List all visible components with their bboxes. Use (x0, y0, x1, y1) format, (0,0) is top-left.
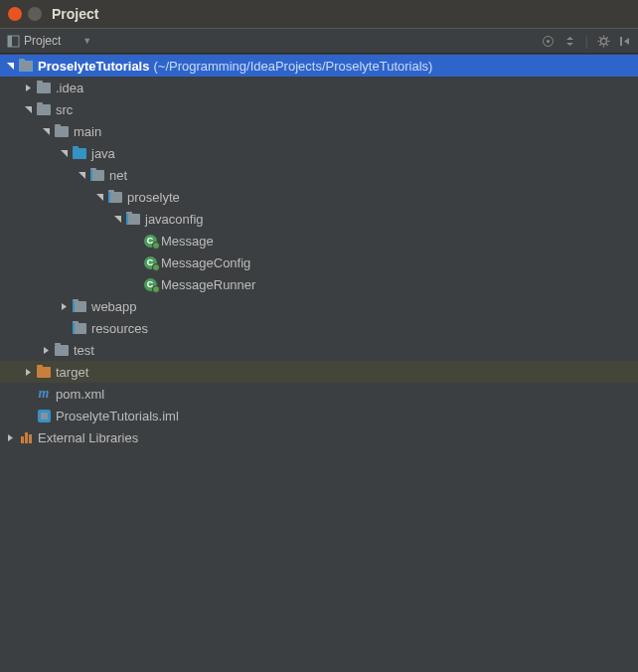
gear-icon[interactable] (596, 34, 610, 48)
tree-label: resources (91, 321, 148, 336)
tree-label: webapp (91, 299, 137, 314)
project-view-selector[interactable]: Project ▼ (6, 34, 91, 48)
tree-node-pom[interactable]: m pom.xml (0, 383, 638, 405)
libraries-icon (18, 429, 34, 445)
collapse-arrow-icon[interactable] (22, 366, 34, 378)
tree-node-javaconfig[interactable]: javaconfig (0, 208, 638, 230)
svg-line-9 (599, 37, 600, 38)
project-view-label: Project (24, 34, 61, 48)
hide-tool-window-icon[interactable] (618, 34, 632, 48)
window-titlebar: Project (0, 0, 638, 28)
tree-label: src (56, 102, 73, 117)
collapse-arrow-icon[interactable] (58, 300, 70, 312)
tree-node-java[interactable]: java (0, 142, 638, 164)
tree-node-test[interactable]: test (0, 339, 638, 361)
package-icon (125, 211, 141, 227)
tree-node-class-message[interactable]: C Message (0, 230, 638, 252)
tree-node-project-root[interactable]: ProselyteTutorials (~/Programming/IdeaPr… (0, 55, 638, 77)
expand-arrow-icon[interactable] (93, 191, 105, 203)
java-class-icon: C (143, 255, 157, 269)
close-window-button[interactable] (8, 7, 22, 21)
java-class-icon: C (143, 234, 157, 248)
expand-arrow-icon[interactable] (40, 125, 52, 137)
folder-icon (36, 101, 52, 117)
tree-label: javaconfig (145, 212, 204, 227)
folder-icon (36, 80, 52, 95)
collapse-all-icon[interactable] (563, 34, 577, 48)
tree-node-webapp[interactable]: webapp (0, 295, 638, 317)
java-class-icon: C (143, 277, 157, 291)
tree-node-target[interactable]: target (0, 361, 638, 383)
expand-arrow-icon[interactable] (111, 213, 123, 225)
resources-folder-icon (72, 320, 87, 336)
tree-node-class-messageconfig[interactable]: C MessageConfig (0, 252, 638, 273)
tree-label: main (74, 124, 101, 139)
tree-node-external-libraries[interactable]: External Libraries (0, 426, 638, 448)
svg-rect-13 (620, 37, 622, 46)
svg-line-12 (606, 37, 607, 38)
svg-point-4 (600, 38, 606, 44)
chevron-down-icon: ▼ (82, 36, 91, 46)
web-folder-icon (72, 298, 87, 314)
tree-label: Message (161, 234, 214, 249)
expand-arrow-icon[interactable] (22, 103, 34, 115)
tree-node-src[interactable]: src (0, 98, 638, 120)
project-root-path: (~/Programming/IdeaProjects/ProselyteTut… (153, 59, 432, 74)
package-icon (89, 167, 105, 183)
project-root-name: ProselyteTutorials (38, 59, 149, 74)
maven-file-icon: m (36, 386, 52, 402)
minimize-window-button[interactable] (28, 7, 42, 21)
tree-node-net[interactable]: net (0, 164, 638, 186)
project-toolbar: Project ▼ | (0, 28, 638, 54)
tree-label: net (109, 168, 127, 183)
tree-node-iml[interactable]: ProselyteTutorials.iml (0, 405, 638, 426)
tree-node-proselyte[interactable]: proselyte (0, 186, 638, 208)
folder-icon (54, 342, 70, 358)
expand-arrow-icon[interactable] (58, 147, 70, 159)
tree-node-main[interactable]: main (0, 120, 638, 142)
svg-point-3 (547, 40, 550, 43)
tree-label: pom.xml (56, 387, 104, 402)
window-title: Project (52, 6, 98, 22)
locate-icon[interactable] (542, 34, 556, 48)
excluded-folder-icon (36, 364, 52, 380)
folder-icon (54, 123, 70, 139)
source-folder-icon (72, 145, 87, 161)
tree-label: test (74, 343, 94, 358)
expand-arrow-icon[interactable] (76, 169, 87, 181)
tree-label: java (91, 146, 115, 161)
package-icon (107, 189, 123, 205)
tree-node-resources[interactable]: resources (0, 317, 638, 339)
svg-line-11 (599, 44, 600, 45)
tree-node-idea[interactable]: .idea (0, 77, 638, 98)
tree-label: ProselyteTutorials.iml (56, 409, 179, 423)
tree-label: MessageRunner (161, 277, 255, 292)
collapse-arrow-icon[interactable] (40, 344, 52, 356)
tree-label: External Libraries (38, 430, 138, 445)
tree-label: .idea (56, 81, 83, 95)
collapse-arrow-icon[interactable] (4, 431, 16, 443)
project-tree[interactable]: ProselyteTutorials (~/Programming/IdeaPr… (0, 54, 638, 672)
project-view-icon (6, 34, 20, 48)
tree-label: MessageConfig (161, 255, 250, 270)
tree-label: proselyte (127, 190, 180, 205)
svg-line-10 (606, 44, 607, 45)
iml-file-icon (36, 408, 52, 423)
tree-node-class-messagerunner[interactable]: C MessageRunner (0, 273, 638, 295)
collapse-arrow-icon[interactable] (22, 82, 34, 93)
expand-arrow-icon[interactable] (4, 60, 16, 72)
module-folder-icon (18, 58, 34, 74)
tree-label: target (56, 365, 88, 380)
svg-rect-1 (8, 36, 12, 47)
